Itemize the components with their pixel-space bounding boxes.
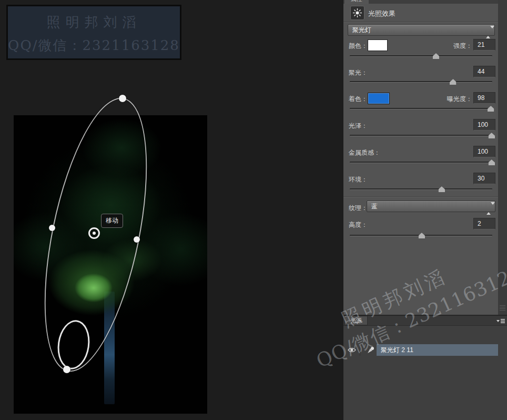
hotspot-label: 聚光： bbox=[349, 68, 368, 77]
height-field[interactable]: 2 bbox=[473, 218, 495, 229]
metallic-label: 金属质感： bbox=[349, 148, 380, 157]
intensity-label: 强度： bbox=[453, 42, 472, 51]
tab-properties[interactable]: 属性 bbox=[344, 0, 369, 4]
slider-track bbox=[350, 135, 492, 136]
colorize-swatch[interactable] bbox=[368, 93, 390, 104]
height-label: 高度： bbox=[349, 221, 368, 229]
exposure-slider[interactable] bbox=[350, 105, 492, 112]
slider-track bbox=[350, 55, 492, 57]
panel-menu-icon[interactable] bbox=[496, 318, 505, 326]
metallic-slider[interactable] bbox=[350, 159, 492, 165]
slider-track bbox=[350, 188, 492, 190]
slider-track bbox=[350, 108, 492, 109]
hotspot-slider[interactable] bbox=[350, 78, 492, 85]
chevron-up-down-icon bbox=[486, 203, 491, 214]
lighting-effects-icon bbox=[350, 6, 364, 20]
intensity-slider-thumb[interactable] bbox=[432, 53, 439, 59]
properties-panel: 属性 光照效果 聚光灯 颜色： 强度： 21 bbox=[343, 0, 498, 315]
ambience-slider-thumb[interactable] bbox=[438, 186, 445, 192]
exposure-slider-thumb[interactable] bbox=[488, 106, 494, 112]
ellipse-handle-bottom[interactable] bbox=[63, 366, 70, 373]
spotlight-icon bbox=[367, 346, 375, 356]
gloss-slider-thumb[interactable] bbox=[488, 133, 495, 138]
intensity-slider[interactable] bbox=[350, 53, 492, 59]
texture-label: 纹理： bbox=[349, 204, 368, 213]
selected-light-row[interactable]: 聚光灯 2 11 bbox=[377, 344, 498, 356]
chevron-up-down-icon bbox=[486, 27, 491, 37]
slider-track bbox=[350, 81, 492, 83]
texture-value: 蓝 bbox=[371, 203, 378, 210]
metallic-field[interactable]: 100 bbox=[473, 146, 495, 157]
height-slider[interactable] bbox=[350, 232, 492, 238]
watermark-box: 照明邦刘滔 QQ/微信：2321163128 bbox=[6, 5, 181, 60]
light-name: 聚光灯 2 11 bbox=[381, 346, 413, 354]
height-slider-thumb[interactable] bbox=[418, 233, 425, 238]
divider bbox=[360, 344, 360, 356]
scrollbar-grip[interactable] bbox=[500, 304, 505, 312]
hotspot-slider-thumb[interactable] bbox=[450, 79, 457, 85]
hotspot-field[interactable]: 44 bbox=[473, 66, 495, 77]
colorize-label: 着色： bbox=[349, 95, 368, 104]
gloss-slider[interactable] bbox=[350, 132, 492, 138]
panel-edge-strip bbox=[498, 0, 507, 315]
ellipse-handle-right[interactable] bbox=[134, 236, 140, 243]
ellipse-handle-left[interactable] bbox=[49, 225, 55, 231]
ambience-field[interactable]: 30 bbox=[473, 173, 495, 184]
gloss-field[interactable]: 100 bbox=[473, 119, 495, 131]
slider-track bbox=[350, 162, 492, 163]
tab-properties-label: 属性 bbox=[344, 0, 369, 3]
light-type-dropdown[interactable]: 聚光灯 bbox=[348, 24, 495, 36]
watermark-line1: 照明邦刘滔 bbox=[8, 13, 180, 32]
intensity-field[interactable]: 21 bbox=[473, 39, 495, 51]
lights-panel-header: 光源 bbox=[343, 316, 507, 326]
separator bbox=[343, 196, 498, 197]
panel-tab-bar: 属性 bbox=[343, 0, 498, 4]
color-swatch[interactable] bbox=[368, 39, 388, 51]
metallic-slider-thumb[interactable] bbox=[488, 159, 495, 165]
ellipse-handle-top[interactable] bbox=[119, 95, 126, 102]
tab-lights[interactable]: 光源 bbox=[344, 316, 368, 325]
panel-title: 光照效果 bbox=[368, 9, 396, 18]
photoshop-workspace: 照明邦刘滔 QQ/微信：2321163128 移动 属性 bbox=[0, 0, 507, 420]
light-list-item[interactable]: 聚光灯 2 11 bbox=[343, 344, 507, 356]
texture-dropdown[interactable]: 蓝 bbox=[367, 201, 495, 212]
ambience-label: 环境： bbox=[349, 175, 368, 184]
exposure-field[interactable]: 98 bbox=[473, 92, 495, 104]
light-type-value: 聚光灯 bbox=[352, 26, 371, 34]
visibility-eye-icon[interactable] bbox=[348, 347, 356, 355]
spotlight-center-control[interactable] bbox=[88, 227, 100, 239]
exposure-label: 曝光度： bbox=[447, 95, 472, 104]
spotlight-center-dot bbox=[93, 232, 96, 235]
color-label: 颜色： bbox=[349, 42, 368, 51]
gloss-label: 光泽： bbox=[349, 122, 368, 131]
ambience-slider[interactable] bbox=[350, 186, 492, 192]
watermark-line2: QQ/微信：2321163128 bbox=[8, 36, 180, 55]
lights-panel: 光源 bbox=[343, 315, 507, 420]
separator bbox=[343, 22, 498, 22]
